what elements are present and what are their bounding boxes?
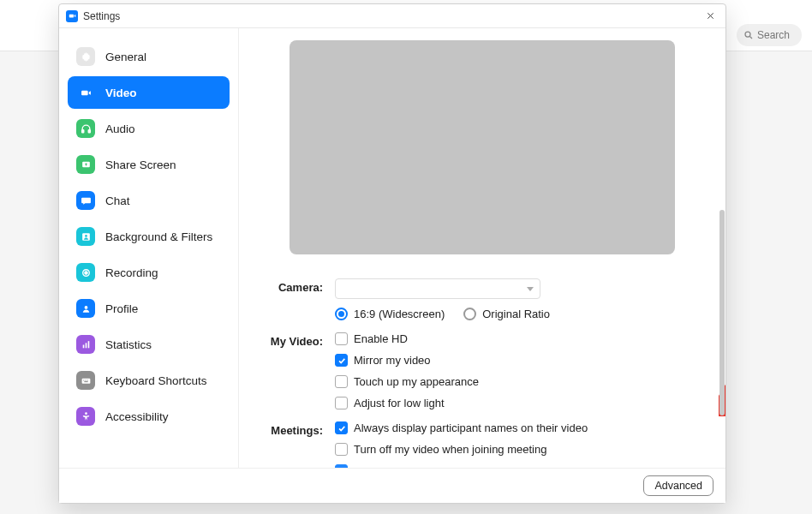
record-icon <box>76 263 95 282</box>
svg-rect-20 <box>84 381 87 382</box>
close-button[interactable] <box>702 8 719 25</box>
sidebar-item-label: Recording <box>105 266 158 279</box>
sidebar-item-label: Share Screen <box>105 158 176 171</box>
svg-rect-13 <box>82 344 84 348</box>
svg-rect-15 <box>87 341 89 348</box>
sidebar-item-keyboard-shortcuts[interactable]: Keyboard Shortcuts <box>68 364 230 397</box>
svg-point-21 <box>85 412 87 415</box>
settings-sidebar: General Video Audio Share Screen <box>59 28 239 468</box>
titlebar: Settings <box>59 4 725 28</box>
settings-footer: Advanced <box>59 468 725 503</box>
background-icon <box>76 227 95 246</box>
settings-content: Camera: 16:9 (Widescreen) Original Ratio <box>239 28 725 468</box>
sidebar-item-video[interactable]: Video <box>68 76 230 109</box>
svg-rect-17 <box>83 380 84 380</box>
video-preview-placeholder <box>290 40 675 254</box>
keyboard-icon <box>76 371 95 390</box>
video-camera-icon <box>76 83 95 102</box>
turn-off-video-label: Turn off my video when joining meeting <box>354 443 546 456</box>
sidebar-item-label: Accessibility <box>105 410 169 423</box>
sidebar-item-accessibility[interactable]: Accessibility <box>68 400 230 433</box>
meetings-label: Meetings: <box>263 421 335 437</box>
sidebar-item-profile[interactable]: Profile <box>68 292 230 325</box>
sidebar-item-general[interactable]: General <box>68 40 230 73</box>
svg-rect-14 <box>85 343 87 348</box>
gear-icon <box>76 47 95 66</box>
sidebar-item-label: Background & Filters <box>105 230 212 243</box>
accessibility-icon <box>76 407 95 426</box>
touch-up-appearance-label: Touch up my appearance <box>354 375 479 388</box>
turn-off-video-checkbox[interactable] <box>335 443 348 456</box>
profile-icon <box>76 299 95 318</box>
my-video-label: My Video: <box>263 332 335 348</box>
mirror-video-checkbox[interactable] <box>335 354 348 367</box>
scrollbar-thumb[interactable] <box>719 210 725 415</box>
enable-hd-checkbox[interactable] <box>335 332 348 345</box>
radio-label-original: Original Ratio <box>482 308 550 320</box>
svg-rect-16 <box>81 378 90 383</box>
display-participant-names-label: Always display participant names on thei… <box>354 421 588 434</box>
radio-label-widescreen: 16:9 (Widescreen) <box>354 308 445 320</box>
sidebar-item-label: Chat <box>105 194 130 207</box>
svg-rect-19 <box>87 380 87 380</box>
svg-rect-5 <box>81 129 83 132</box>
search-icon <box>743 30 754 40</box>
close-icon <box>706 11 715 21</box>
sidebar-item-chat[interactable]: Chat <box>68 184 230 217</box>
zoom-logo-icon <box>66 10 78 22</box>
svg-point-9 <box>85 235 87 237</box>
touch-up-appearance-checkbox[interactable] <box>335 375 348 388</box>
sidebar-item-audio[interactable]: Audio <box>68 112 230 145</box>
sidebar-item-label: Keyboard Shortcuts <box>105 374 207 387</box>
settings-window: Settings General Video <box>58 3 726 504</box>
display-participant-names-checkbox[interactable] <box>335 421 348 434</box>
sidebar-item-label: Statistics <box>105 338 152 351</box>
sidebar-item-statistics[interactable]: Statistics <box>68 328 230 361</box>
advanced-button[interactable]: Advanced <box>643 475 713 496</box>
sidebar-item-label: Video <box>105 87 137 99</box>
chat-bubble-icon <box>76 191 95 210</box>
scrollbar[interactable] <box>719 39 725 464</box>
sidebar-item-share-screen[interactable]: Share Screen <box>68 148 230 181</box>
search-placeholder: Search <box>757 29 790 41</box>
sidebar-item-recording[interactable]: Recording <box>68 256 230 289</box>
adjust-low-light-checkbox[interactable] <box>335 397 348 409</box>
share-screen-icon <box>76 155 95 174</box>
mirror-video-label: Mirror my video <box>354 354 431 367</box>
headphones-icon <box>76 119 95 138</box>
svg-point-11 <box>84 271 87 273</box>
adjust-low-light-label: Adjust for low light <box>354 397 445 409</box>
svg-point-0 <box>745 32 750 37</box>
aspect-ratio-original-radio[interactable] <box>463 308 476 320</box>
window-title: Settings <box>83 10 120 22</box>
truncated-option-checkbox[interactable] <box>335 464 348 468</box>
sidebar-item-background-filters[interactable]: Background & Filters <box>68 220 230 253</box>
sidebar-item-label: Profile <box>105 302 138 315</box>
statistics-icon <box>76 335 95 354</box>
svg-rect-6 <box>88 129 90 132</box>
svg-rect-18 <box>85 380 86 380</box>
svg-line-1 <box>750 37 753 39</box>
camera-select[interactable] <box>335 278 540 299</box>
search-input[interactable]: Search <box>737 24 802 46</box>
aspect-ratio-widescreen-radio[interactable] <box>335 308 348 320</box>
sidebar-item-label: Audio <box>105 123 135 135</box>
truncated-option-label: · · · · · · · · · · · · · · · · · <box>354 464 540 468</box>
enable-hd-label: Enable HD <box>354 332 408 345</box>
camera-label: Camera: <box>263 278 335 294</box>
sidebar-item-label: General <box>105 51 146 63</box>
svg-point-12 <box>84 305 87 308</box>
